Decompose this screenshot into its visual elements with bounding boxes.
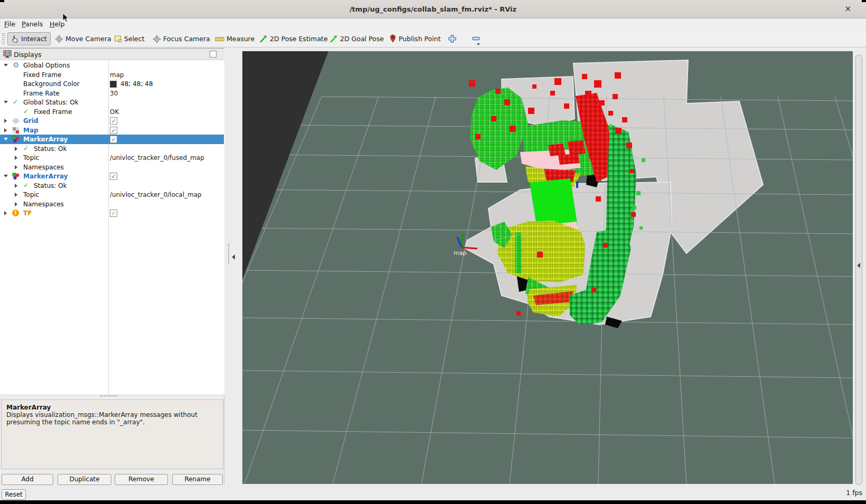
- tree-row-topic-fused[interactable]: Topic /univloc_tracker_0/fused_map: [0, 153, 224, 163]
- expand-arrow-icon[interactable]: [15, 147, 17, 151]
- tree-row-map[interactable]: Map ✓: [0, 126, 224, 135]
- titlebar[interactable]: /tmp/ug_configs/collab_slam_fm.rviz* - R…: [0, 0, 866, 18]
- add-tool-button[interactable]: [445, 32, 460, 45]
- viewport-3d[interactable]: map: [242, 51, 853, 484]
- float-panel-button[interactable]: [210, 51, 216, 58]
- toolbar-drag-handle[interactable]: [2, 33, 5, 44]
- close-icon[interactable]: ✕: [844, 4, 851, 14]
- collapse-arrow-icon[interactable]: [4, 175, 8, 177]
- tool-interact[interactable]: Interact: [7, 32, 51, 45]
- main-area: Displays ⚙ Global Options Fixed Frame ma…: [0, 47, 866, 486]
- description-body: Displays visualization_msgs::MarkerArray…: [6, 411, 216, 426]
- move-arrows-icon: [55, 35, 63, 43]
- collapse-arrow-icon[interactable]: [4, 138, 8, 140]
- tree-row-tf[interactable]: ! TF ✓: [0, 208, 224, 218]
- rename-display-button[interactable]: Rename: [172, 474, 223, 485]
- tree-row-markerarray-local[interactable]: MarkerArray ✓: [0, 172, 224, 181]
- remove-tool-button[interactable]: [468, 32, 485, 45]
- markerarray-checkbox[interactable]: ✓: [110, 173, 117, 180]
- add-display-button[interactable]: Add: [2, 474, 53, 485]
- rviz-window: /tmp/ug_configs/collab_slam_fm.rviz* - R…: [0, 0, 866, 504]
- marker-array-icon: [12, 136, 20, 143]
- map-pin-icon: [389, 34, 397, 43]
- status-ok-icon: ✓: [23, 145, 29, 152]
- expand-arrow-icon[interactable]: [15, 184, 17, 188]
- markerarray-checkbox[interactable]: ✓: [110, 136, 117, 143]
- tool-focus-camera[interactable]: Focus Camera: [149, 32, 213, 45]
- expand-arrow-icon[interactable]: [15, 193, 17, 197]
- tree-row-grid[interactable]: Grid ✓: [0, 116, 224, 126]
- tool-move-camera[interactable]: Move Camera: [52, 32, 115, 45]
- window-bottom-edge: [0, 500, 866, 504]
- tree-row-status-ok[interactable]: ✓ Status: Ok: [0, 144, 224, 154]
- green-arrow-icon: [259, 35, 268, 43]
- menu-file[interactable]: File: [4, 20, 15, 28]
- map-checkbox[interactable]: ✓: [110, 127, 117, 134]
- statusbar: Reset 1 fps: [0, 486, 866, 500]
- tree-row-markerarray-fused[interactable]: MarkerArray ✓: [0, 135, 224, 144]
- reset-button[interactable]: Reset: [2, 489, 26, 500]
- left-panel-splitter[interactable]: [224, 47, 242, 486]
- grid-display-icon: [12, 117, 20, 125]
- display-description: MarkerArray Displays visualization_msgs:…: [1, 400, 223, 469]
- status-ok-icon: ✓: [23, 182, 29, 189]
- displays-panel: Displays ⚙ Global Options Fixed Frame ma…: [0, 48, 224, 486]
- toolbar: Interact Move Camera Select Focus Camera…: [0, 30, 866, 47]
- splitter-dots: [228, 244, 229, 264]
- displays-panel-header[interactable]: Displays: [0, 49, 224, 60]
- tool-select[interactable]: Select: [111, 32, 148, 45]
- void-background-wedge: [242, 51, 328, 280]
- duplicate-display-button[interactable]: Duplicate: [58, 474, 111, 485]
- expand-arrow-icon[interactable]: [4, 211, 7, 215]
- tool-options-caret-icon[interactable]: [477, 43, 480, 45]
- expand-arrow-icon[interactable]: [4, 119, 7, 123]
- remove-tool-icon: [471, 34, 482, 43]
- collapse-left-icon[interactable]: [232, 254, 235, 260]
- status-ok-icon: ✓: [23, 108, 29, 115]
- tree-row-frame-rate[interactable]: Frame Rate 30: [0, 89, 224, 98]
- right-splitter-thumb[interactable]: [855, 55, 862, 485]
- tool-publish-point[interactable]: Publish Point: [386, 32, 444, 45]
- menubar: File Panels Help: [0, 18, 866, 30]
- crosshair-icon: [153, 35, 161, 43]
- add-tool-icon: [448, 34, 457, 43]
- grid-checkbox[interactable]: ✓: [110, 117, 117, 125]
- green-arrow-icon: [330, 35, 338, 43]
- expand-arrow-icon[interactable]: [15, 156, 17, 160]
- displays-panel-title: Displays: [14, 51, 42, 59]
- tool-2d-goal-pose[interactable]: 2D Goal Pose: [326, 32, 387, 45]
- expand-arrow-icon[interactable]: [15, 165, 17, 169]
- menu-panels[interactable]: Panels: [22, 20, 43, 28]
- tree-row-global-status[interactable]: ✓ Global Status: Ok: [0, 98, 224, 107]
- map-display-icon: [12, 127, 20, 134]
- window-title: /tmp/ug_configs/collab_slam_fm.rviz* - R…: [0, 0, 866, 18]
- tree-row-background-color[interactable]: Background Color 48; 48; 48: [0, 79, 224, 89]
- tool-measure[interactable]: Measure: [212, 32, 258, 45]
- collapse-right-icon[interactable]: [857, 263, 860, 268]
- tool-2d-pose-estimate[interactable]: 2D Pose Estimate: [256, 32, 331, 45]
- ruler-icon: [215, 36, 224, 42]
- render-scene: map: [242, 51, 853, 484]
- expand-arrow-icon[interactable]: [4, 128, 7, 132]
- tree-row-fixed-frame-status[interactable]: ✓ Fixed Frame OK: [0, 107, 224, 117]
- collapse-arrow-icon[interactable]: [4, 64, 8, 66]
- tree-row-namespaces[interactable]: Namespaces: [0, 163, 224, 172]
- color-swatch[interactable]: [110, 81, 117, 88]
- panel-splitter-handle[interactable]: [100, 395, 117, 397]
- tree-row-namespaces[interactable]: Namespaces: [0, 199, 224, 209]
- displays-tree: ⚙ Global Options Fixed Frame map Backgro…: [0, 60, 224, 394]
- tree-row-status-ok[interactable]: ✓ Status: Ok: [0, 181, 224, 191]
- tree-row-global-options[interactable]: ⚙ Global Options: [0, 61, 224, 70]
- tf-checkbox[interactable]: ✓: [110, 210, 117, 217]
- expand-arrow-icon[interactable]: [15, 202, 17, 206]
- remove-display-button[interactable]: Remove: [115, 474, 168, 485]
- tree-row-fixed-frame[interactable]: Fixed Frame map: [0, 70, 224, 80]
- collapse-arrow-icon[interactable]: [4, 101, 8, 103]
- marker-array-icon: [12, 173, 20, 180]
- frame-label: map: [454, 250, 466, 256]
- warning-icon: !: [12, 210, 19, 216]
- monitor-icon: [3, 50, 12, 58]
- fps-counter: 1 fps: [846, 489, 862, 497]
- tree-row-topic-local[interactable]: Topic /univloc_tracker_0/local_map: [0, 190, 224, 199]
- right-panel-splitter[interactable]: [854, 47, 866, 486]
